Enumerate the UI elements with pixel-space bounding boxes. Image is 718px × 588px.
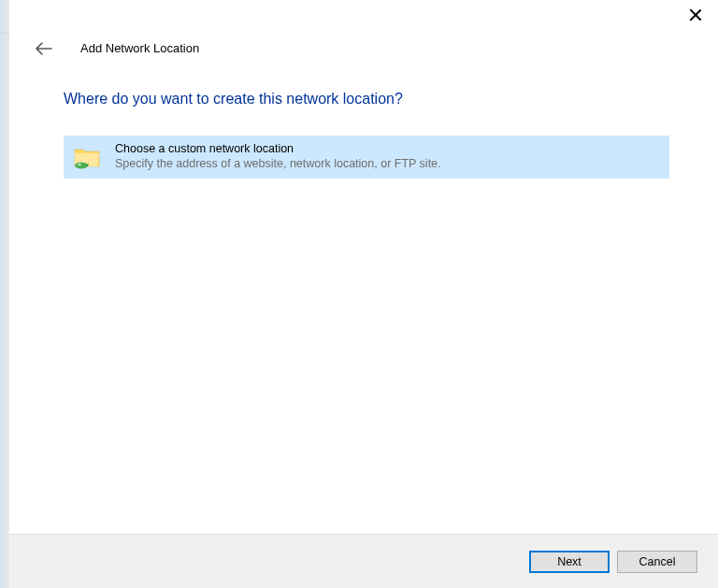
wizard-content: Where do you want to create this network… [9,55,718,534]
page-heading: Where do you want to create this network… [64,91,669,108]
wizard-window: Add Network Location Where do you want t… [9,0,718,588]
cancel-button[interactable]: Cancel [617,551,697,573]
option-text: Choose a custom network location Specify… [115,142,441,171]
close-icon[interactable] [688,7,703,22]
wizard-header: Add Network Location [9,30,718,55]
back-arrow-icon[interactable] [36,42,52,55]
option-subtitle: Specify the address of a website, networ… [115,157,441,172]
background-edge [0,0,9,588]
option-custom-location[interactable]: Choose a custom network location Specify… [64,136,669,179]
wizard-footer: Next Cancel [9,534,718,588]
title-bar [9,0,718,30]
option-title: Choose a custom network location [115,142,441,157]
svg-point-1 [78,164,81,166]
wizard-title: Add Network Location [80,41,199,55]
network-folder-icon [72,142,102,172]
next-button[interactable]: Next [529,551,610,573]
